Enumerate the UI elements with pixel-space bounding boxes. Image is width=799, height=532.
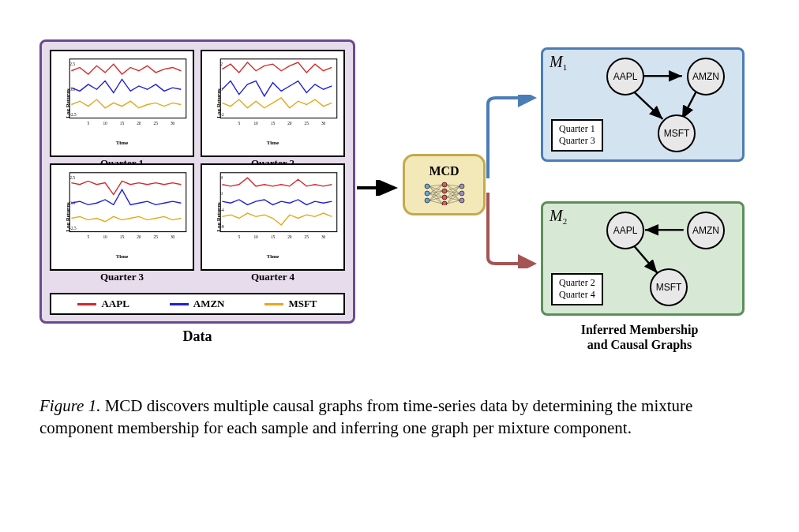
svg-text:15: 15 xyxy=(120,121,125,126)
svg-text:10: 10 xyxy=(103,234,107,239)
svg-line-58 xyxy=(430,193,442,197)
svg-line-80 xyxy=(634,246,657,273)
legend-swatch xyxy=(264,303,283,305)
svg-text:5: 5 xyxy=(238,234,240,239)
model-m2-box: M2 AAPL AMZN MSFT Quarter 2 Quarter 4 xyxy=(541,201,745,316)
plot-xlabel: Time xyxy=(267,140,279,146)
graph-node-aapl: AAPL xyxy=(606,212,644,249)
graph-node-msft: MSFT xyxy=(658,114,696,152)
plot-canvas-q4: 40-4-8 51015202530 xyxy=(205,168,340,246)
quarters-box-m1: Quarter 1 Quarter 3 xyxy=(551,119,603,152)
svg-text:15: 15 xyxy=(271,121,276,126)
svg-point-43 xyxy=(425,191,430,196)
svg-text:2: 2 xyxy=(220,62,223,66)
graph-node-amzn: AMZN xyxy=(687,58,725,96)
figure-caption: Figure 1. MCD discovers multiple causal … xyxy=(39,395,760,440)
inferred-label-line1: Inferred Membership xyxy=(581,323,699,336)
arrow-mcd-to-m1 xyxy=(485,95,540,182)
arrow-mcd-to-m2 xyxy=(485,189,540,268)
model-m1-box: M1 AAPL AMZN MSFT Quarter 1 Quarter 3 xyxy=(541,47,745,162)
plot-canvas-q2: 20-2 51015202530 xyxy=(205,54,340,133)
quarters-box-m2: Quarter 2 Quarter 4 xyxy=(551,273,603,305)
svg-text:30: 30 xyxy=(171,234,175,239)
plot-canvas-q1: 2.50.0-2.5 51015202530 xyxy=(54,54,189,133)
neural-net-icon xyxy=(421,182,468,205)
plot-title: Quarter 3 xyxy=(51,271,193,283)
svg-point-49 xyxy=(460,184,464,189)
svg-text:20: 20 xyxy=(287,121,292,126)
svg-text:20: 20 xyxy=(137,234,141,239)
legend-item-aapl: AAPL xyxy=(77,298,129,310)
svg-point-50 xyxy=(460,191,464,196)
figure-container: 2.50.0-2.5 51015202530 Log Returns Time … xyxy=(39,32,760,371)
data-panel: 2.50.0-2.5 51015202530 Log Returns Time … xyxy=(39,39,355,324)
plots-grid: 2.50.0-2.5 51015202530 Log Returns Time … xyxy=(50,50,345,271)
svg-text:5: 5 xyxy=(238,121,240,126)
quarter-line: Quarter 2 xyxy=(559,277,595,290)
mcd-title: MCD xyxy=(429,164,459,178)
graph-node-amzn: AMZN xyxy=(687,212,725,249)
svg-text:5: 5 xyxy=(87,234,89,239)
plot-xlabel: Time xyxy=(116,253,128,260)
plot-q2: 20-2 51015202530 Log Returns Time Quarte… xyxy=(201,50,345,157)
svg-text:10: 10 xyxy=(253,121,258,126)
quarter-line: Quarter 3 xyxy=(559,135,595,148)
mcd-box: MCD xyxy=(403,154,486,215)
plot-ylabel: Log Returns xyxy=(65,202,71,232)
legend-label: MSFT xyxy=(288,298,317,310)
svg-text:0: 0 xyxy=(220,191,223,196)
svg-text:2.5: 2.5 xyxy=(69,62,75,66)
svg-text:25: 25 xyxy=(305,121,309,126)
data-label: Data xyxy=(42,328,353,345)
caption-label: Figure 1. xyxy=(39,396,100,415)
svg-point-47 xyxy=(442,195,447,200)
legend-item-msft: MSFT xyxy=(264,298,317,310)
graph-node-msft: MSFT xyxy=(650,268,688,306)
legend-label: AMZN xyxy=(193,298,225,310)
plot-canvas-q3: 2.50.0-2.5 51015202530 xyxy=(54,168,189,246)
plot-ylabel: Log Returns xyxy=(216,202,222,232)
svg-text:2.5: 2.5 xyxy=(69,175,75,180)
plot-q3: 2.50.0-2.5 51015202530 Log Returns Time … xyxy=(50,163,194,271)
svg-point-51 xyxy=(460,198,464,203)
data-legend: AAPL AMZN MSFT xyxy=(50,293,345,315)
svg-line-71 xyxy=(447,193,460,197)
plot-xlabel: Time xyxy=(116,140,128,146)
svg-text:15: 15 xyxy=(271,234,276,239)
svg-text:20: 20 xyxy=(137,121,141,126)
svg-text:25: 25 xyxy=(305,234,309,239)
svg-text:30: 30 xyxy=(321,234,326,239)
quarter-line: Quarter 4 xyxy=(559,289,595,302)
svg-point-46 xyxy=(442,189,447,193)
svg-point-45 xyxy=(442,182,447,187)
svg-point-44 xyxy=(425,198,430,203)
svg-text:30: 30 xyxy=(171,121,175,126)
svg-line-77 xyxy=(634,92,662,119)
svg-text:30: 30 xyxy=(321,121,326,126)
plot-title: Quarter 4 xyxy=(202,271,343,283)
caption-text: MCD discovers multiple causal graphs fro… xyxy=(39,396,692,437)
svg-text:25: 25 xyxy=(154,234,159,239)
svg-text:4: 4 xyxy=(220,175,223,180)
svg-text:20: 20 xyxy=(287,234,292,239)
legend-swatch xyxy=(170,303,189,305)
arrow-data-to-mcd xyxy=(357,180,403,196)
legend-label: AAPL xyxy=(101,298,129,310)
quarter-line: Quarter 1 xyxy=(559,123,595,136)
svg-point-42 xyxy=(425,184,430,189)
inferred-label: Inferred Membership and Causal Graphs xyxy=(513,322,766,352)
plot-xlabel: Time xyxy=(267,253,279,260)
legend-item-amzn: AMZN xyxy=(170,298,225,310)
inferred-label-line2: and Causal Graphs xyxy=(587,338,692,351)
svg-text:10: 10 xyxy=(253,234,258,239)
svg-text:15: 15 xyxy=(120,234,125,239)
svg-text:10: 10 xyxy=(103,121,107,126)
plot-ylabel: Log Returns xyxy=(65,88,71,118)
plot-ylabel: Log Returns xyxy=(216,88,222,118)
legend-swatch xyxy=(77,303,96,305)
svg-text:25: 25 xyxy=(154,121,159,126)
plot-q1: 2.50.0-2.5 51015202530 Log Returns Time … xyxy=(50,50,194,157)
svg-line-78 xyxy=(682,92,696,119)
graph-node-aapl: AAPL xyxy=(606,58,644,96)
svg-point-48 xyxy=(442,201,447,205)
